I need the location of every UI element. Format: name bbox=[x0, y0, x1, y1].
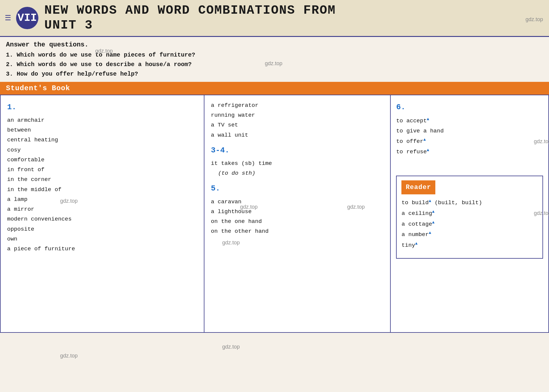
list-item: a cottage▲ bbox=[401, 219, 538, 229]
list-item: in the corner bbox=[7, 175, 197, 185]
triangle-icon: ▲ bbox=[432, 220, 434, 225]
column-2: a refrigerator running water a TV set a … bbox=[204, 95, 391, 332]
list-item: on the other hand bbox=[211, 227, 384, 236]
section-5-words: a caravan a lighthouse on the one hand o… bbox=[211, 197, 384, 237]
list-item: (to do sth) bbox=[211, 168, 384, 178]
list-item: in the middle of bbox=[7, 185, 197, 195]
section-1-cont-words: a refrigerator running water a TV set a … bbox=[211, 101, 384, 140]
list-item: opposite bbox=[7, 224, 197, 234]
list-item: a TV set bbox=[211, 120, 384, 130]
list-item: an armchair bbox=[7, 115, 197, 125]
list-item-italic: (to do sth) bbox=[218, 170, 255, 177]
reader-words: to build▲ (built, built) a ceiling▲ gdz.… bbox=[401, 197, 538, 250]
question-1: 1. Which words do we use to name pieces … bbox=[6, 50, 543, 60]
page-header: ☰ VII NEW WORDS AND WORD COMBINATIONS FR… bbox=[0, 0, 549, 37]
list-item: a ceiling▲ gdz.top bbox=[401, 208, 538, 219]
page-title: NEW WORDS AND WORD COMBINATIONS FROM UNI… bbox=[44, 3, 544, 33]
watermark-col1b: gdz.top bbox=[60, 351, 78, 360]
section-34-number: 3-4. bbox=[211, 144, 384, 157]
list-item: a number▲ bbox=[401, 229, 538, 240]
list-item: cosy bbox=[7, 145, 197, 155]
section-6-number: 6. bbox=[396, 101, 543, 114]
section-6-words: to accept▲ to give a hand to offer▲ gdz.… bbox=[396, 115, 543, 157]
reader-label: Reader bbox=[401, 180, 435, 194]
list-item: to refuse▲ bbox=[396, 146, 543, 157]
students-book-bar: Student's Book bbox=[0, 82, 549, 95]
watermark-col3a: gdz.top bbox=[534, 137, 549, 146]
list-item: to build▲ (built, built) bbox=[401, 197, 538, 208]
triangle-icon: ▲ bbox=[423, 137, 426, 142]
triangle-icon: ▲ bbox=[427, 148, 429, 152]
triangle-icon: ▲ bbox=[415, 241, 417, 246]
list-item: running water bbox=[211, 110, 384, 120]
list-item: to offer▲ gdz.top bbox=[396, 136, 543, 147]
column-3: 6. to accept▲ to give a hand to offer▲ g… bbox=[391, 95, 548, 332]
section-1-number: 1. bbox=[7, 101, 197, 114]
triangle-icon: ▲ bbox=[429, 230, 431, 235]
questions-title: Answer the questions. bbox=[6, 41, 543, 49]
list-item: a lamp bbox=[7, 195, 197, 204]
list-item: own bbox=[7, 234, 197, 244]
triangle-icon: ▲ bbox=[427, 117, 429, 121]
question-3: 3. How do you offer help/refuse help? bbox=[6, 69, 543, 79]
triangle-icon: ▲ bbox=[432, 209, 434, 214]
main-content: 1. an armchair between central heating c… bbox=[0, 95, 549, 333]
questions-section: Answer the questions. 1. Which words do … bbox=[0, 37, 549, 82]
list-item: in front of bbox=[7, 165, 197, 175]
list-item: on the one hand bbox=[211, 217, 384, 227]
list-item: to give a hand bbox=[396, 126, 543, 136]
list-item: a wall unit bbox=[211, 130, 384, 140]
list-item: a caravan bbox=[211, 197, 384, 207]
menu-icon[interactable]: ☰ bbox=[5, 14, 11, 22]
section-34-words: it takes (sb) time (to do sth) bbox=[211, 159, 384, 179]
list-item: a mirror bbox=[7, 204, 197, 214]
watermark-col3b: gdz.top bbox=[534, 209, 549, 218]
section-5-number: 5. bbox=[211, 182, 384, 195]
question-2: 2. Which words do we use to describe a h… bbox=[6, 60, 543, 69]
watermark-col2a2: gdz.top bbox=[222, 238, 240, 247]
column-1: 1. an armchair between central heating c… bbox=[1, 95, 204, 332]
list-item: a lighthouse bbox=[211, 207, 384, 217]
list-item: to accept▲ bbox=[396, 115, 543, 126]
list-item: a refrigerator bbox=[211, 101, 384, 110]
list-item: it takes (sb) time bbox=[211, 159, 384, 168]
watermark-col2c: gdz.top bbox=[222, 342, 240, 352]
section-1-words: an armchair between central heating cosy… bbox=[7, 115, 197, 254]
list-item: a piece of furniture bbox=[7, 244, 197, 254]
list-item: central heating bbox=[7, 135, 197, 145]
list-item: between bbox=[7, 125, 197, 135]
list-item: modern conveniences bbox=[7, 214, 197, 224]
unit-badge: VII bbox=[16, 7, 38, 29]
list-item: comfortable bbox=[7, 155, 197, 165]
triangle-icon: ▲ bbox=[429, 199, 431, 203]
list-item: tiny▲ bbox=[401, 240, 538, 251]
